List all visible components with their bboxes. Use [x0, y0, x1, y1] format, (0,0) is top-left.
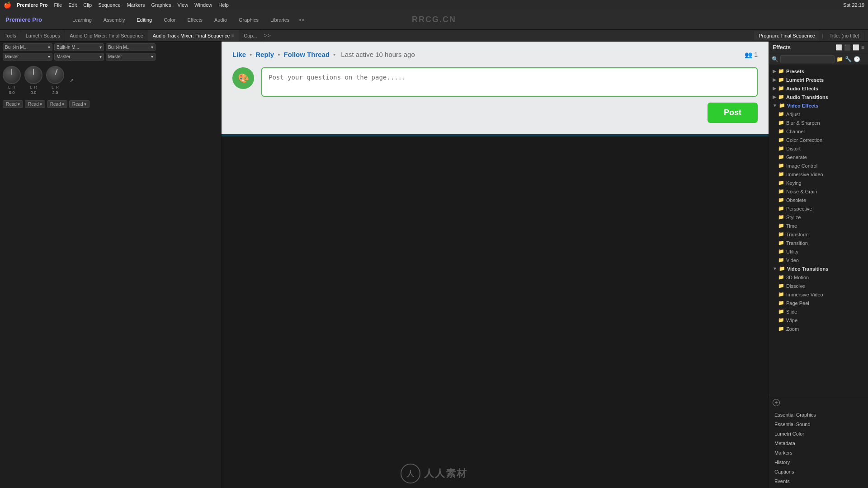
tree-3d-motion[interactable]: 📁 3D Motion	[769, 273, 868, 282]
like-link[interactable]: Like	[232, 51, 246, 58]
mac-menubar: 🍎 Premiere Pro File Edit Clip Sequence M…	[0, 0, 868, 10]
menu-graphics[interactable]: Graphics	[151, 2, 171, 8]
menu-markers[interactable]: Markers	[127, 2, 145, 8]
read-btn-3[interactable]: Read▾	[47, 100, 67, 108]
add-fx-button[interactable]: +	[773, 399, 780, 406]
tree-page-peel[interactable]: 📁 Page Peel	[769, 299, 868, 307]
ws-audio[interactable]: Audio	[209, 15, 232, 24]
essential-sound[interactable]: Essential Sound	[773, 420, 864, 428]
menu-help[interactable]: Help	[218, 2, 229, 8]
channel-dropdown-2[interactable]: Built-in M...▾	[54, 43, 104, 51]
tree-channel[interactable]: 📁 Channel	[769, 127, 868, 136]
menu-view[interactable]: View	[177, 2, 188, 8]
effects-pin-icon[interactable]: ≡	[861, 44, 864, 51]
tab-title[interactable]: Title: (no title)	[825, 31, 864, 40]
tree-transition-effect[interactable]: 📁 Transition	[769, 239, 868, 247]
search-filter-icon[interactable]: 🔧	[845, 56, 852, 62]
tree-distort[interactable]: 📁 Distort	[769, 144, 868, 153]
essential-graphics[interactable]: Essential Graphics	[773, 411, 864, 419]
tree-noise-grain[interactable]: 📁 Noise & Grain	[769, 187, 868, 196]
tree-presets[interactable]: ▶ 📁 Presets	[769, 67, 868, 75]
tree-immersive-video[interactable]: 📁 Immersive Video	[769, 170, 868, 178]
tree-utility[interactable]: 📁 Utility	[769, 247, 868, 256]
tab-program[interactable]: Program: Final Sequence	[754, 31, 820, 40]
panel-tabs-more[interactable]: >>	[264, 32, 271, 39]
master-dropdown-1[interactable]: Master▾	[3, 53, 52, 61]
effects-icon-3[interactable]: ⬜	[853, 44, 859, 51]
tree-zoom[interactable]: 📁 Zoom	[769, 324, 868, 333]
tree-keying[interactable]: 📁 Keying	[769, 178, 868, 187]
workspace-more[interactable]: >>	[296, 15, 307, 24]
tree-time[interactable]: 📁 Time	[769, 221, 868, 230]
tree-audio-transitions[interactable]: ▶ 📁 Audio Transitions	[769, 93, 868, 101]
tree-generate[interactable]: 📁 Generate	[769, 153, 868, 161]
ws-editing[interactable]: Editing	[132, 15, 158, 24]
menu-window[interactable]: Window	[194, 2, 212, 8]
ws-graphics[interactable]: Graphics	[233, 15, 264, 24]
panel-audio-track-mixer[interactable]: Audio Track Mixer: Final Sequence ≡	[148, 30, 239, 41]
search-folder-icon[interactable]: 📁	[836, 56, 843, 62]
knob-2[interactable]	[24, 66, 42, 84]
tree-blur-sharpen[interactable]: 📁 Blur & Sharpen	[769, 118, 868, 127]
tree-perspective[interactable]: 📁 Perspective	[769, 204, 868, 213]
master-dropdown-3[interactable]: Master▾	[106, 53, 156, 61]
tree-video-effects[interactable]: ▼ 📁 Video Effects	[769, 101, 868, 110]
markers[interactable]: Markers	[773, 449, 864, 457]
menu-sequence[interactable]: Sequence	[98, 2, 121, 8]
effects-tree: ▶ 📁 Presets ▶ 📁 Lumetri Presets ▶ 📁 Audi…	[769, 65, 868, 397]
tree-transform[interactable]: 📁 Transform	[769, 230, 868, 239]
ws-libraries[interactable]: Libraries	[265, 15, 295, 24]
read-btn-4[interactable]: Read▾	[69, 100, 90, 108]
tree-audio-effects[interactable]: ▶ 📁 Audio Effects	[769, 84, 868, 93]
center-panel: Like • Reply • Follow Thread • Last acti…	[222, 42, 769, 488]
channel-dropdown-3[interactable]: Built-in M...▾	[106, 43, 156, 51]
read-btn-1[interactable]: Read▾	[3, 100, 23, 108]
workspace-tabs: Learning Assembly Editing Color Effects …	[63, 15, 311, 24]
tree-image-control[interactable]: 📁 Image Control	[769, 161, 868, 170]
panel-tools[interactable]: Tools	[0, 30, 21, 41]
effects-icon-1[interactable]: ⬜	[835, 44, 842, 51]
ws-assembly[interactable]: Assembly	[98, 15, 131, 24]
knob-3[interactable]	[43, 63, 66, 86]
tree-slide[interactable]: 📁 Slide	[769, 307, 868, 316]
post-input[interactable]	[261, 67, 758, 97]
effects-search-input[interactable]	[780, 55, 835, 63]
panel-audio-clip-mixer[interactable]: Audio Clip Mixer: Final Sequence	[65, 30, 148, 41]
menu-clip[interactable]: Clip	[83, 2, 92, 8]
panel-cap[interactable]: Cap...	[239, 30, 262, 41]
tree-wipe[interactable]: 📁 Wipe	[769, 316, 868, 324]
reply-link[interactable]: Reply	[255, 51, 274, 58]
tree-video-transitions[interactable]: ▼ 📁 Video Transitions	[769, 264, 868, 273]
post-button[interactable]: Post	[708, 103, 758, 123]
tree-adjust[interactable]: 📁 Adjust	[769, 110, 868, 118]
tree-obsolete[interactable]: 📁 Obsolete	[769, 196, 868, 204]
app-name[interactable]: Premiere Pro	[17, 2, 47, 8]
channel-dropdown-1[interactable]: Built-in M...▾	[3, 43, 52, 51]
tree-video-effect[interactable]: 📁 Video	[769, 256, 868, 264]
search-icon: 🔍	[772, 56, 778, 62]
ws-learning[interactable]: Learning	[67, 15, 97, 24]
tree-lumetri-presets[interactable]: ▶ 📁 Lumetri Presets	[769, 75, 868, 84]
metadata[interactable]: Metadata	[773, 439, 864, 447]
history[interactable]: History	[773, 458, 864, 466]
menu-file[interactable]: File	[54, 2, 62, 8]
ws-effects[interactable]: Effects	[182, 15, 208, 24]
captions[interactable]: Captions	[773, 468, 864, 476]
effects-icon-2[interactable]: ⬛	[844, 44, 851, 51]
tree-dissolve[interactable]: 📁 Dissolve	[769, 282, 868, 290]
lumetri-color[interactable]: Lumetri Color	[773, 430, 864, 438]
knob-1[interactable]	[3, 66, 21, 84]
tree-immersive-video-trans[interactable]: 📁 Immersive Video	[769, 290, 868, 299]
events[interactable]: Events	[773, 477, 864, 485]
search-clock-icon[interactable]: 🕐	[854, 56, 860, 62]
menu-edit[interactable]: Edit	[68, 2, 77, 8]
read-btn-2[interactable]: Read▾	[25, 100, 45, 108]
followers-count: 1	[754, 51, 758, 58]
apple-icon[interactable]: 🍎	[4, 1, 11, 9]
follow-thread-link[interactable]: Follow Thread	[283, 51, 330, 58]
master-dropdown-2[interactable]: Master▾	[54, 53, 104, 61]
tree-color-correction[interactable]: 📁 Color Correction	[769, 136, 868, 144]
ws-color[interactable]: Color	[158, 15, 181, 24]
panel-lumetri[interactable]: Lumetri Scopes	[21, 30, 65, 41]
tree-stylize[interactable]: 📁 Stylize	[769, 213, 868, 221]
